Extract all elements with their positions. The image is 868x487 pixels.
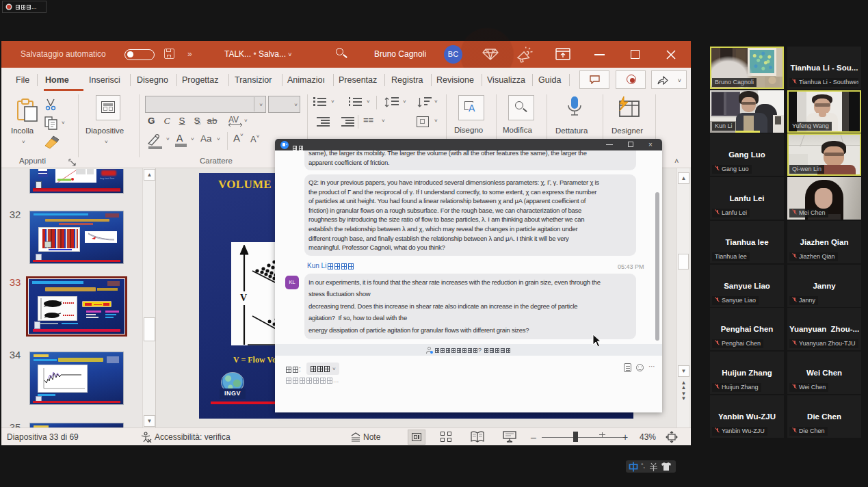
svg-text:V: V [240,293,247,303]
